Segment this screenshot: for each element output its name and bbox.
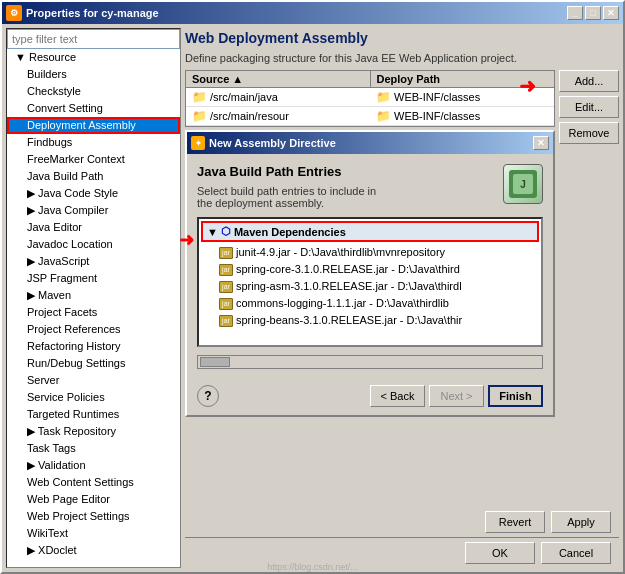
dialog-list-item[interactable]: jar commons-logging-1.1.1.jar - D:\Java\… — [199, 295, 541, 312]
tree-list-container: ➜ ▼ ⬡ Maven Dependencies jar junit-4.9.j… — [197, 217, 543, 347]
dialog-controls: ✕ — [533, 136, 549, 150]
dialog-list-item[interactable]: jar spring-beans-3.1.0.RELEASE.jar - D:\… — [199, 312, 541, 329]
sidebar-item-convert-setting[interactable]: Convert Setting — [7, 100, 180, 117]
sidebar-item-checkstyle[interactable]: Checkstyle — [7, 83, 180, 100]
dialog-body: Java Build Path Entries Select build pat… — [187, 154, 553, 379]
sidebar-item-run/debug-settings[interactable]: Run/Debug Settings — [7, 355, 180, 372]
sidebar-item-deployment-assembly[interactable]: Deployment Assembly — [7, 117, 180, 134]
bottom-buttons-row: Revert Apply — [185, 505, 619, 537]
table-row[interactable]: 📁 /src/main/resour 📁 WEB-INF/classes — [186, 107, 554, 126]
sidebar-item-maven[interactable]: ▶ Maven — [7, 287, 180, 304]
watermark: https://blog.csdn.net/... — [267, 562, 358, 572]
sidebar-item-targeted-runtimes[interactable]: Targeted Runtimes — [7, 406, 180, 423]
dialog-list-item[interactable]: jar junit-4.9.jar - D:\Java\thirdlib\mvn… — [199, 244, 541, 261]
svg-text:J: J — [520, 179, 526, 190]
sidebar-item-javascript[interactable]: ▶ JavaScript — [7, 253, 180, 270]
sidebar-item-project-references[interactable]: Project References — [7, 321, 180, 338]
dialog-list-item[interactable]: jar spring-asm-3.1.0.RELEASE.jar - D:\Ja… — [199, 278, 541, 295]
sidebar-item-java-compiler[interactable]: ▶ Java Compiler — [7, 202, 180, 219]
jar-name: spring-beans-3.1.0.RELEASE.jar - D:\Java… — [236, 313, 462, 328]
jar-icon: jar — [219, 264, 233, 276]
dialog-items: jar junit-4.9.jar - D:\Java\thirdlib\mvn… — [199, 244, 541, 329]
folder-icon: 📁 — [192, 109, 207, 123]
help-button[interactable]: ? — [197, 385, 219, 407]
deploy-path: WEB-INF/classes — [394, 110, 480, 122]
maven-icon: ⬡ — [221, 225, 231, 238]
sidebar-item-service-policies[interactable]: Service Policies — [7, 389, 180, 406]
source-header: Source ▲ — [186, 71, 371, 87]
sidebar-item-wikitext[interactable]: WikiText — [7, 525, 180, 542]
deploy-cell: 📁 WEB-INF/classes — [370, 107, 554, 125]
deploy-path: WEB-INF/classes — [394, 91, 480, 103]
maximize-button[interactable]: □ — [585, 6, 601, 20]
horizontal-scrollbar[interactable] — [197, 355, 543, 369]
dialog-title: New Assembly Directive — [209, 137, 336, 149]
close-button[interactable]: ✕ — [603, 6, 619, 20]
deploy-header: Deploy Path — [371, 71, 555, 87]
java-icon: J — [503, 164, 543, 204]
source-path: /src/main/java — [210, 91, 278, 103]
cancel-button[interactable]: Cancel — [541, 542, 611, 564]
next-button[interactable]: Next > — [429, 385, 484, 407]
maven-dependencies-item[interactable]: ▼ ⬡ Maven Dependencies — [201, 221, 539, 242]
sidebar-item-project-facets[interactable]: Project Facets — [7, 304, 180, 321]
dialog-desc: Select build path entries to include int… — [197, 185, 503, 209]
assembly-table: Source ▲ Deploy Path 📁 /src/main/java 📁 … — [185, 70, 555, 127]
sidebar-item-java-code-style[interactable]: ▶ Java Code Style — [7, 185, 180, 202]
jar-name: junit-4.9.jar - D:\Java\thirdlib\mvnrepo… — [236, 245, 445, 260]
sidebar-item-web-project-settings[interactable]: Web Project Settings — [7, 508, 180, 525]
window-icon: ⚙ — [6, 5, 22, 21]
dialog-title-bar: ✦ New Assembly Directive ✕ — [187, 132, 553, 154]
minimize-button[interactable]: _ — [567, 6, 583, 20]
sidebar-item-server[interactable]: Server — [7, 372, 180, 389]
remove-button[interactable]: Remove — [559, 122, 619, 144]
sidebar-item-java-editor[interactable]: Java Editor — [7, 219, 180, 236]
table-row[interactable]: 📁 /src/main/java 📁 WEB-INF/classes — [186, 88, 554, 107]
filter-input[interactable] — [7, 29, 180, 49]
dialog-heading: Java Build Path Entries — [197, 164, 503, 179]
sidebar-item-validation[interactable]: ▶ Validation — [7, 457, 180, 474]
edit-button[interactable]: Edit... — [559, 96, 619, 118]
back-button[interactable]: < Back — [370, 385, 425, 407]
panel-desc: Define packaging structure for this Java… — [185, 52, 619, 64]
add-button[interactable]: Add... — [559, 70, 619, 92]
title-bar: ⚙ Properties for cy-manage _ □ ✕ — [2, 2, 623, 24]
folder-icon: 📁 — [376, 109, 391, 123]
sidebar-list: ▼ ResourceBuildersCheckstyleConvert Sett… — [7, 49, 180, 559]
jar-name: spring-core-3.1.0.RELEASE.jar - D:\Java\… — [236, 262, 460, 277]
sidebar-item-web-page-editor[interactable]: Web Page Editor — [7, 491, 180, 508]
build-path-tree[interactable]: ▼ ⬡ Maven Dependencies jar junit-4.9.jar… — [197, 217, 543, 347]
sidebar-item-task-tags[interactable]: Task Tags — [7, 440, 180, 457]
deploy-cell: 📁 WEB-INF/classes — [370, 88, 554, 106]
new-assembly-dialog: ✦ New Assembly Directive ✕ Java Build Pa… — [185, 130, 555, 417]
sidebar-item-builders[interactable]: Builders — [7, 66, 180, 83]
jar-name: commons-logging-1.1.1.jar - D:\Java\thir… — [236, 296, 449, 311]
sidebar-item-xdoclet[interactable]: ▶ XDoclet — [7, 542, 180, 559]
scrollbar-thumb[interactable] — [200, 357, 230, 367]
dialog-icon: ✦ — [191, 136, 205, 150]
source-cell: 📁 /src/main/resour — [186, 107, 370, 125]
ok-button[interactable]: OK — [465, 542, 535, 564]
jar-icon: jar — [219, 281, 233, 293]
sidebar-item-freemarker-context[interactable]: FreeMarker Context — [7, 151, 180, 168]
apply-button[interactable]: Apply — [551, 511, 611, 533]
table-header: Source ▲ Deploy Path — [186, 71, 554, 88]
finish-button[interactable]: Finish — [488, 385, 543, 407]
panel-title: Web Deployment Assembly — [185, 28, 619, 48]
sidebar-item-refactoring-history[interactable]: Refactoring History — [7, 338, 180, 355]
sidebar-item-task-repository[interactable]: ▶ Task Repository — [7, 423, 180, 440]
dialog-footer: ? < Back Next > Finish — [187, 379, 553, 415]
jar-icon: jar — [219, 247, 233, 259]
sidebar-item-java-build-path[interactable]: Java Build Path — [7, 168, 180, 185]
source-cell: 📁 /src/main/java — [186, 88, 370, 106]
sidebar-item-jsp-fragment[interactable]: JSP Fragment — [7, 270, 180, 287]
jar-name: spring-asm-3.1.0.RELEASE.jar - D:\Java\t… — [236, 279, 462, 294]
folder-icon: 📁 — [192, 90, 207, 104]
sidebar-item-findbugs[interactable]: Findbugs — [7, 134, 180, 151]
revert-button[interactable]: Revert — [485, 511, 545, 533]
sidebar-item-web-content-settings[interactable]: Web Content Settings — [7, 474, 180, 491]
dialog-list-item[interactable]: jar spring-core-3.1.0.RELEASE.jar - D:\J… — [199, 261, 541, 278]
dialog-close-button[interactable]: ✕ — [533, 136, 549, 150]
sidebar-item-resource[interactable]: ▼ Resource — [7, 49, 180, 66]
sidebar-item-javadoc-location[interactable]: Javadoc Location — [7, 236, 180, 253]
